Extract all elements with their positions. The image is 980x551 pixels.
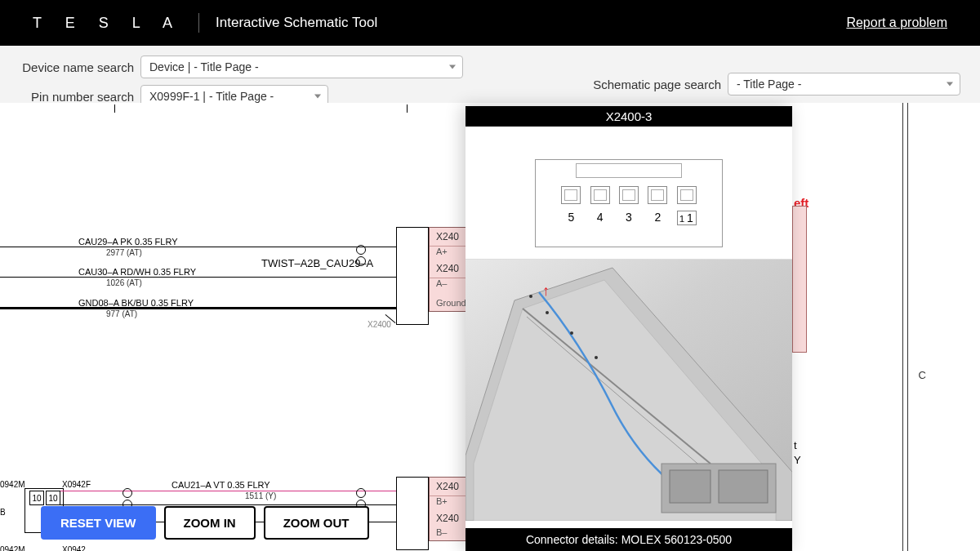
- wire: [60, 504, 396, 505]
- svg-rect-5: [670, 470, 710, 503]
- wire-sublabel: 1511 (Y): [245, 491, 276, 500]
- pin-number: 5: [561, 211, 581, 225]
- connector-outline: [396, 477, 429, 550]
- connector-location-image: [466, 260, 792, 521]
- wire: [0, 247, 396, 247]
- tick-mark: [407, 104, 408, 113]
- svg-rect-6: [719, 470, 768, 503]
- tesla-logo: T E S L A: [33, 15, 182, 32]
- wire-label: CAU30–A RD/WH 0.35 FLRY: [78, 267, 196, 277]
- margin-letter: C: [919, 369, 926, 381]
- pin-slot: [619, 186, 639, 204]
- detail-footer: Connector details: MOLEX 560123-0500: [466, 528, 792, 551]
- svg-point-9: [570, 331, 573, 335]
- svg-point-7: [529, 295, 532, 298]
- wire-vt: [60, 491, 396, 491]
- connector-tag: X0942F: [62, 480, 91, 489]
- car-frame-illustration: [466, 260, 792, 521]
- svg-point-10: [595, 356, 598, 359]
- divider: [24, 488, 25, 533]
- device-search-label: Device name search: [20, 60, 134, 74]
- pin-slot: [648, 186, 667, 204]
- pin-search-label: Pin number search: [20, 90, 134, 104]
- connector-diagram-area: 5 4 3 2 11: [466, 127, 792, 260]
- clipped-label: Y: [794, 454, 801, 466]
- pin-slot: [561, 186, 581, 204]
- zoom-in-button[interactable]: ZOOM IN: [164, 506, 256, 540]
- connector-tag: X0942: [62, 545, 86, 551]
- detail-title: X2400-3: [466, 106, 792, 127]
- clipped-label: t: [794, 439, 797, 451]
- clipped-connector-box: [792, 206, 807, 353]
- wire: [0, 277, 396, 278]
- page-search-value: - Title Page -: [737, 78, 801, 91]
- side-label: B: [0, 508, 6, 517]
- header-left: T E S L A Interactive Schematic Tool: [33, 13, 377, 33]
- connector-slots: [536, 186, 722, 204]
- page-search-dropdown[interactable]: - Title Page -: [728, 73, 960, 96]
- zoom-out-button[interactable]: ZOOM OUT: [264, 506, 369, 540]
- wire-label: CAU21–A VT 0.35 FLRY: [172, 480, 270, 490]
- pin-number: 4: [590, 211, 610, 225]
- report-problem-link[interactable]: Report a problem: [846, 16, 947, 30]
- wire-sublabel: 977 (AT): [106, 309, 137, 318]
- header-divider: [198, 13, 199, 33]
- page-margin-line: [902, 103, 903, 551]
- wire-sublabel: 1026 (AT): [106, 278, 142, 287]
- pin-numbers: 5 4 3 2 11: [536, 211, 722, 225]
- page-search-label: Schematic page search: [593, 78, 721, 91]
- wire-label: CAU29–A PK 0.35 FLRY: [78, 237, 177, 247]
- reset-view-button[interactable]: RESET VIEW: [41, 506, 156, 540]
- wire-ground: [0, 307, 396, 309]
- svg-point-8: [546, 311, 549, 314]
- device-search-row: Device name search Device | - Title Page…: [20, 56, 463, 78]
- twist-icon: [356, 243, 366, 268]
- view-controls: RESET VIEW ZOOM IN ZOOM OUT: [41, 506, 369, 540]
- page-margin-line: [907, 103, 908, 551]
- connector-tag: 0942M: [0, 480, 25, 489]
- wire-sublabel: 2977 (AT): [106, 248, 142, 257]
- device-search-dropdown[interactable]: Device | - Title Page -: [140, 56, 463, 78]
- page-search-row: Schematic page search - Title Page -: [593, 60, 960, 108]
- pin-number: 2: [648, 211, 667, 225]
- location-arrow-icon: [542, 282, 552, 302]
- connector-detail-panel: X2400-3 5 4 3 2 11: [466, 106, 792, 551]
- device-search-value: Device | - Title Page -: [149, 60, 259, 73]
- pin-search-value: X0999F-1 | - Title Page -: [149, 90, 274, 103]
- connector-tag: 0942M: [0, 545, 25, 551]
- tick-mark: [114, 104, 115, 113]
- connector-ref-label: X2400: [368, 320, 391, 329]
- search-left-group: Device name search Device | - Title Page…: [20, 56, 463, 108]
- pin-number-highlighted: 11: [677, 211, 697, 225]
- pin-number: 3: [619, 211, 639, 225]
- connector-diagram: 5 4 3 2 11: [535, 159, 723, 247]
- connector-outline: [396, 227, 429, 325]
- app-header: T E S L A Interactive Schematic Tool Rep…: [0, 0, 980, 46]
- connector-key: [576, 163, 682, 178]
- app-title: Interactive Schematic Tool: [216, 15, 377, 31]
- pin-slot: [677, 186, 697, 204]
- pin-slot: [590, 186, 610, 204]
